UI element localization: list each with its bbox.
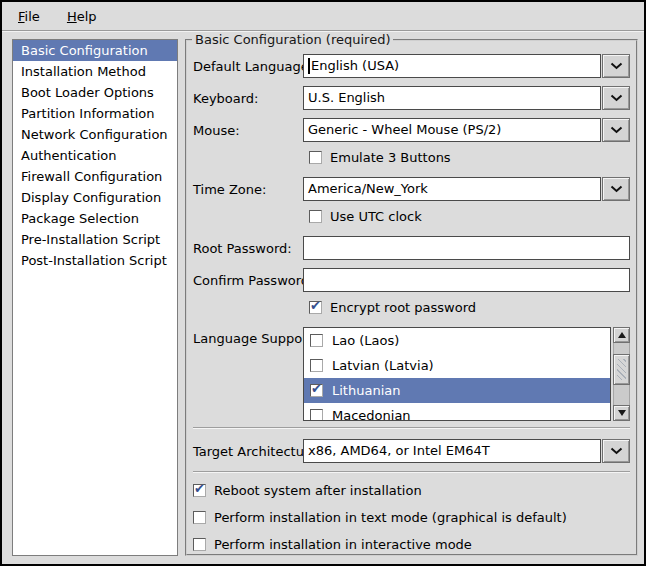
reboot-after-install-label: Reboot system after installation: [214, 483, 422, 498]
checkbox-box[interactable]: [309, 301, 322, 314]
panel-title: Basic Configuration (required): [192, 32, 393, 47]
language-support-row: Language Support: Lao (Laos) Latvian (La…: [193, 327, 630, 421]
time-zone-label: Time Zone:: [193, 182, 303, 197]
mouse-value: Generic - Wheel Mouse (PS/2): [308, 119, 501, 141]
checkbox-box[interactable]: [193, 511, 206, 524]
default-language-entry[interactable]: English (USA): [303, 54, 601, 78]
sidebar-item-authentication[interactable]: Authentication: [13, 145, 177, 166]
root-password-row: Root Password:: [193, 236, 630, 260]
keyboard-label: Keyboard:: [193, 91, 303, 106]
target-architecture-value: x86, AMD64, or Intel EM64T: [308, 440, 490, 462]
mouse-dropdown-button[interactable]: [602, 118, 630, 142]
menu-help[interactable]: Help: [64, 8, 100, 25]
chevron-down-icon: [610, 447, 623, 455]
scrollbar-grip-icon: [617, 359, 626, 380]
sidebar-item-display-configuration[interactable]: Display Configuration: [13, 187, 177, 208]
text-mode-label: Perform installation in text mode (graph…: [214, 510, 567, 525]
checkbox-box[interactable]: [193, 538, 206, 551]
root-password-field[interactable]: [303, 236, 630, 260]
checkbox-box[interactable]: [309, 151, 322, 164]
interactive-mode-label: Perform installation in interactive mode: [214, 537, 472, 552]
keyboard-dropdown-button[interactable]: [602, 86, 630, 110]
checkbox-box[interactable]: [193, 484, 206, 497]
menu-file-rest: ile: [25, 9, 40, 24]
mouse-label: Mouse:: [193, 123, 303, 138]
emulate-3-buttons-checkbox[interactable]: Emulate 3 Buttons: [309, 150, 630, 165]
sidebar-item-basic-configuration[interactable]: Basic Configuration: [13, 40, 177, 61]
separator: [193, 427, 630, 429]
scroll-up-button[interactable]: [613, 327, 630, 343]
target-architecture-combo: x86, AMD64, or Intel EM64T: [303, 439, 630, 463]
language-item-lithuanian[interactable]: Lithuanian: [304, 378, 610, 403]
keyboard-row: Keyboard: U.S. English: [193, 86, 630, 110]
keyboard-entry[interactable]: U.S. English: [303, 86, 601, 110]
reboot-after-install-checkbox[interactable]: Reboot system after installation: [193, 483, 630, 498]
basic-configuration-panel: Basic Configuration (required) Default L…: [185, 39, 638, 556]
checkbox-box[interactable]: [310, 409, 323, 421]
chevron-down-icon: [610, 94, 623, 102]
sidebar-item-partition-information[interactable]: Partition Information: [13, 103, 177, 124]
language-item-label: Lithuanian: [332, 383, 400, 398]
language-list: Lao (Laos) Latvian (Latvia) Lithuanian: [303, 327, 611, 421]
text-caret: [308, 58, 310, 74]
default-language-value: English (USA): [311, 55, 399, 77]
sidebar-item-firewall-configuration[interactable]: Firewall Configuration: [13, 166, 177, 187]
time-zone-dropdown-button[interactable]: [602, 177, 630, 201]
menu-file[interactable]: File: [15, 8, 43, 25]
target-architecture-entry[interactable]: x86, AMD64, or Intel EM64T: [303, 439, 601, 463]
time-zone-value: America/New_York: [308, 178, 428, 200]
time-zone-entry[interactable]: America/New_York: [303, 177, 601, 201]
sidebar-item-network-configuration[interactable]: Network Configuration: [13, 124, 177, 145]
language-support-listbox: Lao (Laos) Latvian (Latvia) Lithuanian: [303, 327, 630, 421]
interactive-mode-checkbox[interactable]: Perform installation in interactive mode: [193, 537, 630, 552]
language-item-label: Latvian (Latvia): [332, 358, 434, 373]
checkbox-box[interactable]: [310, 384, 323, 397]
language-support-label: Language Support:: [193, 331, 303, 346]
checkbox-box[interactable]: [309, 210, 322, 223]
chevron-down-icon: [610, 126, 623, 134]
menu-help-mnemonic: H: [67, 9, 77, 24]
default-language-label: Default Language:: [193, 59, 303, 74]
confirm-password-label: Confirm Password:: [193, 273, 303, 288]
root-password-label: Root Password:: [193, 241, 303, 256]
main-content: Basic Configuration Installation Method …: [2, 31, 644, 564]
scrollbar-thumb[interactable]: [613, 354, 630, 385]
target-architecture-row: Target Architecture: x86, AMD64, or Inte…: [193, 439, 630, 463]
scroll-up-icon: [618, 332, 626, 338]
menu-bar: File Help: [2, 2, 644, 31]
sidebar-item-pre-installation-script[interactable]: Pre-Installation Script: [13, 229, 177, 250]
chevron-down-icon: [610, 185, 623, 193]
keyboard-combo: U.S. English: [303, 86, 630, 110]
scrollbar-trough[interactable]: [613, 343, 630, 405]
text-mode-checkbox[interactable]: Perform installation in text mode (graph…: [193, 510, 630, 525]
scroll-down-button[interactable]: [613, 405, 630, 421]
encrypt-root-password-checkbox[interactable]: Encrypt root password: [309, 300, 630, 315]
mouse-row: Mouse: Generic - Wheel Mouse (PS/2): [193, 118, 630, 142]
scroll-down-icon: [618, 410, 626, 416]
section-list: Basic Configuration Installation Method …: [12, 39, 178, 556]
sidebar-item-package-selection[interactable]: Package Selection: [13, 208, 177, 229]
encrypt-root-password-label: Encrypt root password: [330, 300, 476, 315]
sidebar-item-post-installation-script[interactable]: Post-Installation Script: [13, 250, 177, 271]
checkbox-box[interactable]: [310, 359, 323, 372]
language-item-label: Macedonian: [332, 408, 411, 421]
target-architecture-dropdown-button[interactable]: [602, 439, 630, 463]
sidebar-item-installation-method[interactable]: Installation Method: [13, 61, 177, 82]
language-item-latvian[interactable]: Latvian (Latvia): [304, 353, 610, 378]
mouse-entry[interactable]: Generic - Wheel Mouse (PS/2): [303, 118, 601, 142]
confirm-password-field[interactable]: [303, 268, 630, 292]
checkbox-box[interactable]: [310, 334, 323, 347]
language-item-lao[interactable]: Lao (Laos): [304, 328, 610, 353]
emulate-3-buttons-label: Emulate 3 Buttons: [330, 150, 451, 165]
default-language-combo: English (USA): [303, 54, 630, 78]
language-item-macedonian[interactable]: Macedonian: [304, 403, 610, 421]
menu-help-rest: elp: [77, 9, 97, 24]
sidebar-item-boot-loader-options[interactable]: Boot Loader Options: [13, 82, 177, 103]
use-utc-clock-checkbox[interactable]: Use UTC clock: [309, 209, 630, 224]
language-list-scrollbar[interactable]: [613, 327, 630, 421]
default-language-dropdown-button[interactable]: [602, 54, 630, 78]
use-utc-clock-label: Use UTC clock: [330, 209, 422, 224]
language-item-label: Lao (Laos): [332, 333, 399, 348]
target-architecture-label: Target Architecture:: [193, 444, 303, 459]
kickstart-configurator-window: File Help Basic Configuration Installati…: [0, 0, 646, 566]
